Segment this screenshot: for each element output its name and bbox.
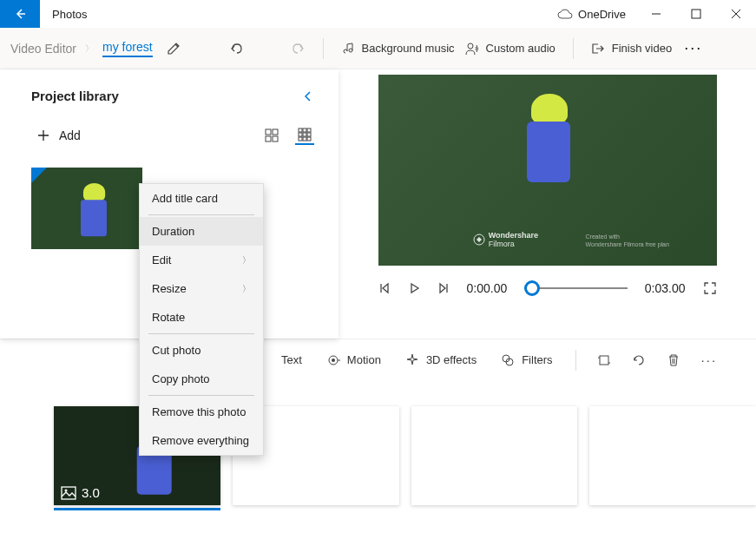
svg-rect-14: [307, 137, 311, 141]
onedrive-status[interactable]: OneDrive: [557, 8, 626, 21]
ctx-duration[interactable]: Duration: [140, 217, 263, 246]
more-button[interactable]: ···: [677, 39, 709, 57]
svg-point-1: [468, 43, 473, 49]
main-area: Project library Add: [0, 69, 756, 339]
breadcrumb: Video Editor 〉 my forest: [10, 40, 153, 57]
storyboard-empty-slot[interactable]: [411, 406, 578, 505]
ctx-remove-photo[interactable]: Remove this photo: [140, 398, 263, 426]
redo-button[interactable]: [285, 37, 311, 60]
app-title: Photos: [52, 8, 87, 21]
person-audio-icon: [465, 42, 479, 56]
breadcrumb-current[interactable]: my forest: [102, 40, 153, 57]
titlebar: Photos OneDrive: [0, 0, 756, 28]
svg-rect-4: [266, 136, 271, 141]
library-header: Project library: [0, 69, 339, 110]
ctx-copy-photo[interactable]: Copy photo: [140, 365, 263, 393]
custom-audio-button[interactable]: Custom audio: [460, 38, 561, 59]
crop-button[interactable]: [587, 350, 621, 371]
onedrive-label: OneDrive: [578, 8, 626, 21]
divider: [575, 350, 576, 371]
clip-selected-indicator: [54, 508, 220, 510]
ctx-add-title-card[interactable]: Add title card: [140, 184, 263, 213]
cloud-icon: [557, 9, 573, 19]
library-thumbnail[interactable]: [31, 168, 142, 249]
image-icon: [61, 486, 76, 500]
divider: [573, 38, 574, 59]
svg-rect-5: [273, 136, 278, 141]
video-preview[interactable]: Wondershare Filmora Created with Wonders…: [378, 75, 717, 266]
svg-point-22: [65, 489, 68, 491]
text-button[interactable]: Text: [269, 350, 314, 370]
svg-rect-7: [303, 128, 306, 132]
seek-handle[interactable]: [524, 280, 540, 296]
ctx-resize[interactable]: Resize〉: [140, 274, 263, 303]
motion-button[interactable]: Motion: [314, 350, 393, 371]
storyboard: 3.0: [0, 380, 756, 510]
finish-video-button[interactable]: Finish video: [586, 38, 677, 59]
svg-rect-9: [299, 133, 302, 136]
play-button[interactable]: [408, 282, 420, 294]
storyboard-empty-slot[interactable]: [589, 406, 756, 505]
context-menu: Add title card Duration Edit〉 Resize〉 Ro…: [139, 183, 264, 456]
plus-icon: [36, 128, 50, 142]
music-icon: [341, 42, 355, 56]
motion-icon: [326, 353, 340, 367]
svg-rect-20: [600, 356, 608, 365]
next-frame-button[interactable]: [437, 282, 450, 294]
rotate-button[interactable]: [621, 350, 656, 371]
svg-point-17: [332, 359, 335, 362]
prev-frame-button[interactable]: [378, 282, 391, 294]
seek-bar[interactable]: [524, 287, 628, 289]
back-button[interactable]: [0, 0, 40, 28]
svg-rect-3: [273, 129, 278, 135]
svg-rect-6: [299, 128, 302, 132]
svg-rect-10: [303, 133, 306, 136]
svg-rect-13: [303, 137, 306, 141]
svg-rect-11: [307, 133, 311, 136]
chevron-right-icon: 〉: [242, 254, 251, 266]
divider: [148, 395, 254, 396]
svg-rect-12: [299, 137, 302, 141]
current-time: 0:00.00: [467, 281, 508, 295]
divider: [148, 333, 254, 334]
maximize-button[interactable]: [676, 0, 716, 28]
filters-button[interactable]: Filters: [489, 350, 564, 371]
export-icon: [591, 42, 605, 56]
used-indicator: [31, 168, 47, 183]
rename-button[interactable]: [167, 42, 181, 56]
storyboard-more-button[interactable]: ···: [691, 349, 728, 371]
add-button[interactable]: Add: [36, 128, 81, 142]
ctx-edit[interactable]: Edit〉: [140, 246, 263, 274]
svg-rect-8: [307, 128, 311, 132]
svg-rect-0: [692, 10, 700, 18]
svg-rect-2: [266, 129, 271, 135]
divider: [148, 214, 254, 215]
chevron-right-icon: 〉: [242, 283, 251, 295]
storyboard-toolbar: Text Motion 3D effects Filters ···: [0, 339, 756, 380]
preview-panel: Wondershare Filmora Created with Wonders…: [339, 69, 756, 339]
custom-audio-label: Custom audio: [486, 42, 555, 55]
view-small-button[interactable]: [295, 126, 314, 145]
sparkle-icon: [405, 353, 419, 367]
view-large-button[interactable]: [262, 126, 281, 145]
minimize-button[interactable]: [636, 0, 676, 28]
close-button[interactable]: [716, 0, 756, 28]
undo-button[interactable]: [224, 37, 250, 60]
library-title: Project library: [31, 89, 119, 103]
collapse-button[interactable]: [302, 90, 314, 102]
divider: [323, 38, 324, 59]
watermark: Wondershare Filmora: [473, 231, 538, 248]
svg-rect-21: [62, 487, 76, 499]
delete-button[interactable]: [656, 350, 691, 371]
ctx-cut-photo[interactable]: Cut photo: [140, 336, 263, 365]
3d-effects-button[interactable]: 3D effects: [393, 350, 489, 371]
ctx-rotate[interactable]: Rotate: [140, 303, 263, 332]
chevron-right-icon: 〉: [85, 43, 94, 55]
fullscreen-button[interactable]: [703, 281, 717, 295]
ctx-remove-all[interactable]: Remove everything: [140, 426, 263, 455]
playback-controls: 0:00.00 0:03.00: [378, 281, 717, 295]
clip-duration: 3.0: [61, 485, 100, 500]
watermark-note: Created with Wondershare Filmora free pl…: [586, 234, 669, 248]
background-music-button[interactable]: Background music: [336, 38, 460, 59]
breadcrumb-root[interactable]: Video Editor: [10, 42, 76, 56]
